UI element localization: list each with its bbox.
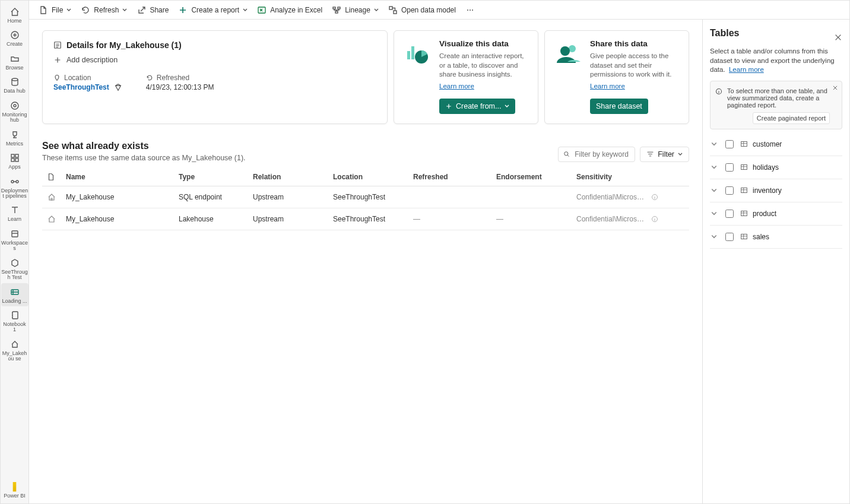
cmd-share[interactable]: Share: [133, 4, 172, 17]
col-location[interactable]: Location: [328, 168, 408, 186]
add-description-button[interactable]: Add description: [53, 55, 376, 65]
nav-loading[interactable]: Loading ...: [1, 283, 28, 306]
workspace-icon: [9, 258, 20, 268]
table-row-customer[interactable]: customer: [710, 133, 842, 156]
nav-label: Create: [7, 42, 23, 47]
existing-section: See what already exists These items use …: [42, 141, 689, 230]
cmd-file[interactable]: File: [35, 4, 75, 17]
cmd-analyze-excel[interactable]: Analyze in Excel: [253, 4, 326, 17]
command-bar: File Refresh Share Create a report Analy…: [29, 1, 849, 20]
expand-icon[interactable]: [711, 234, 718, 240]
database-icon: [9, 77, 20, 87]
share-dataset-button[interactable]: Share dataset: [590, 99, 648, 114]
cmd-refresh[interactable]: Refresh: [77, 4, 131, 17]
details-title-row: Details for My_Lakehouse (1): [53, 40, 376, 50]
expand-icon[interactable]: [711, 188, 718, 194]
row-icon: [42, 208, 61, 230]
nav-lakehouse[interactable]: My_Lakehou se: [1, 335, 28, 364]
share-learn-link[interactable]: Learn more: [590, 83, 625, 90]
tables-title: Tables: [710, 28, 740, 39]
create-from-button[interactable]: Create from...: [439, 99, 515, 114]
lineage-icon: [332, 5, 341, 15]
share-icon: [137, 5, 146, 15]
table-icon: [740, 140, 748, 148]
nav-workspaces[interactable]: Workspaces: [1, 225, 28, 254]
table-name: customer: [753, 140, 782, 148]
svg-rect-17: [389, 7, 392, 9]
table-row[interactable]: My_LakehouseLakehouseUpstreamSeeThroughT…: [42, 208, 689, 230]
nav-notebook[interactable]: Notebook 1: [1, 306, 28, 335]
nav-home[interactable]: Home: [1, 3, 28, 26]
col-name[interactable]: Name: [61, 168, 174, 186]
create-paginated-button[interactable]: Create paginated report: [753, 112, 830, 124]
expand-icon[interactable]: [711, 164, 718, 170]
col-endorsement[interactable]: Endorsement: [491, 168, 572, 186]
cmd-lineage[interactable]: Lineage: [328, 4, 382, 17]
col-relation[interactable]: Relation: [248, 168, 328, 186]
chevron-down-icon: [66, 8, 71, 12]
nav-data-hub[interactable]: Data hub: [1, 73, 28, 96]
nav-browse[interactable]: Browse: [1, 50, 28, 73]
nav-apps[interactable]: Apps: [1, 149, 28, 172]
filter-searchbox[interactable]: [558, 147, 635, 162]
nav-label: Apps: [8, 164, 21, 170]
add-description-label: Add description: [66, 56, 118, 64]
nav-monitoring[interactable]: Monitoring hub: [1, 97, 28, 126]
tables-learn-link[interactable]: Learn more: [729, 66, 764, 73]
tip-close-icon[interactable]: [832, 85, 838, 91]
svg-rect-5: [15, 154, 18, 157]
nav-metrics[interactable]: Metrics: [1, 126, 28, 149]
nav-label: Learn: [8, 217, 21, 222]
nav-learn[interactable]: Learn: [1, 201, 28, 224]
expand-icon[interactable]: [711, 211, 718, 217]
expand-icon[interactable]: [711, 141, 718, 147]
table-row[interactable]: My_LakehouseSQL endpointUpstreamSeeThrou…: [42, 186, 689, 208]
center-pane: Details for My_Lakehouse (1) Add descrip…: [29, 20, 702, 503]
table-row-holidays[interactable]: holidays: [710, 156, 842, 179]
svg-point-21: [472, 9, 473, 11]
chevron-down-icon: [374, 8, 379, 12]
nav-pipelines[interactable]: Deployment pipelines: [1, 173, 28, 202]
cmd-label: Refresh: [94, 6, 119, 14]
table-checkbox[interactable]: [725, 140, 734, 148]
filter-input[interactable]: [573, 150, 630, 159]
cmd-label: Create a report: [191, 6, 239, 14]
info-icon: [651, 194, 658, 201]
svg-rect-6: [11, 159, 14, 161]
notebook-icon: [9, 310, 20, 321]
nav-workspace-seethrough[interactable]: SeeThrough Test: [1, 254, 28, 283]
table-name: inventory: [753, 186, 782, 195]
nav-label: Metrics: [6, 141, 23, 147]
cmd-label: Share: [150, 6, 169, 14]
table-icon: [740, 233, 748, 240]
cmd-overflow[interactable]: [462, 4, 478, 17]
viz-learn-link[interactable]: Learn more: [439, 83, 474, 90]
table-checkbox[interactable]: [725, 210, 734, 218]
col-type[interactable]: Type: [174, 168, 248, 186]
table-row-inventory[interactable]: inventory: [710, 179, 842, 202]
filter-button[interactable]: Filter: [640, 147, 689, 162]
col-refreshed[interactable]: Refreshed: [408, 168, 491, 186]
details-title: Details for My_Lakehouse (1): [66, 40, 182, 50]
location-link[interactable]: SeeThroughTest: [53, 83, 109, 91]
left-nav: Home Create Browse Data hub Monitoring h…: [1, 1, 29, 503]
section-subtitle: These items use the same data source as …: [42, 154, 246, 162]
nav-create[interactable]: Create: [1, 26, 28, 49]
details-icon: [53, 41, 62, 49]
powerbi-logo-icon: [10, 482, 18, 492]
table-name: holidays: [753, 163, 779, 172]
cmd-open-data-model[interactable]: Open data model: [385, 4, 459, 17]
folder-icon: [9, 53, 20, 64]
info-icon: [651, 215, 658, 223]
tip-callout: To select more than one table, and view …: [710, 81, 842, 129]
table-row-sales[interactable]: sales: [710, 226, 842, 249]
chevron-down-icon: [243, 8, 248, 12]
cmd-create-report[interactable]: Create a report: [175, 4, 251, 17]
table-checkbox[interactable]: [725, 233, 734, 241]
table-row-product[interactable]: product: [710, 202, 842, 226]
table-checkbox[interactable]: [725, 163, 734, 172]
table-checkbox[interactable]: [725, 186, 734, 195]
col-sensitivity[interactable]: Sensitivity: [572, 168, 689, 186]
close-icon[interactable]: [834, 33, 842, 42]
meta-refreshed: Refreshed 4/19/23, 12:00:13 PM: [146, 74, 214, 91]
